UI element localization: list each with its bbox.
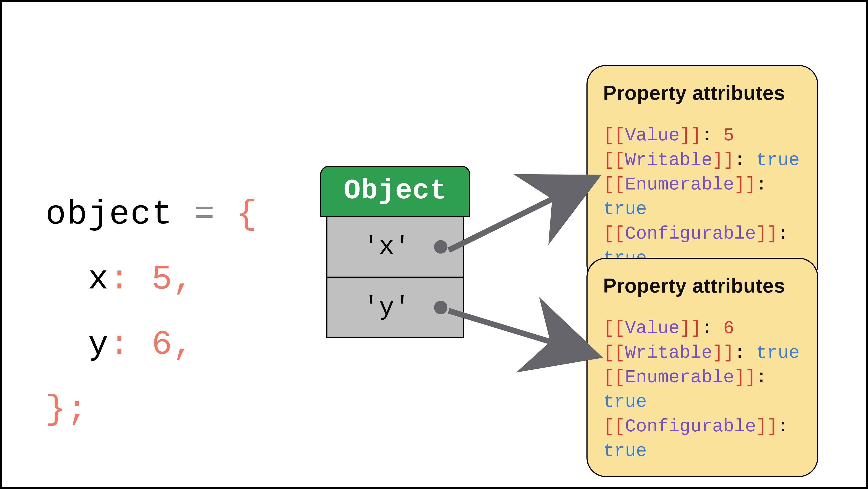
property-attributes-x: Property attributes [[Value]]: 5[[Writab… [586,65,818,284]
attr-rows-x: [[Value]]: 5[[Writable]]: true[[Enumerab… [603,123,802,271]
code-var: object [45,195,173,234]
object-box: Object 'x' 'y' [320,166,470,338]
property-attributes-y: Property attributes [[Value]]: 6[[Writab… [586,258,818,477]
code-val-x: : 5, [109,260,194,299]
object-header: Object [320,166,470,217]
code-val-y: : 6, [109,325,194,364]
code-block: object = { x: 5, y: 6, }; [45,117,258,442]
code-brace-close: }; [45,390,88,429]
pointer-dot-x [434,240,447,253]
code-eq: = [173,195,237,234]
attr-row: [[Enumerable]]: true [603,365,802,414]
code-key-x: x [88,260,109,299]
attr-row: [[Value]]: 5 [603,123,802,148]
attr-title-x: Property attributes [603,80,802,106]
attr-row: [[Writable]]: true [603,341,802,365]
attr-title-y: Property attributes [603,272,802,299]
attr-row: [[Configurable]]: true [603,414,802,463]
object-row-y: 'y' [327,278,464,338]
attr-row: [[Writable]]: true [603,148,802,173]
code-brace-open: { [237,195,258,234]
pointer-dot-y [434,301,447,314]
attr-row: [[Value]]: 6 [603,316,802,340]
code-key-y: y [88,325,109,364]
attr-rows-y: [[Value]]: 6[[Writable]]: true[[Enumerab… [603,316,802,463]
object-row-x: 'x' [327,217,464,278]
attr-row: [[Enumerable]]: true [603,173,802,221]
